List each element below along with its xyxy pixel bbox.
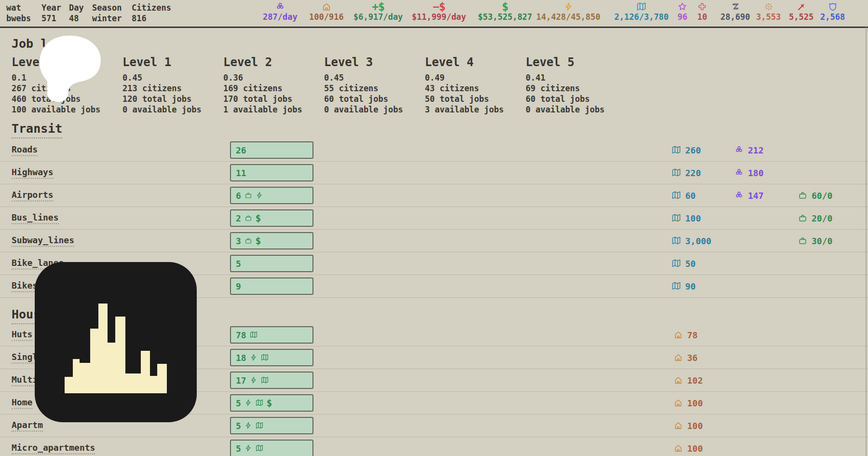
identity-day: Day48: [69, 2, 84, 24]
stat-value: 10: [697, 13, 707, 22]
row-stat: 260: [672, 145, 701, 155]
row-stat: 100: [674, 421, 703, 431]
count-input[interactable]: 3$: [230, 232, 313, 249]
count-input[interactable]: 11: [230, 164, 313, 181]
count-value: 17: [236, 375, 246, 386]
level-ratio: 0.45: [324, 72, 403, 83]
row-label[interactable]: Multi: [12, 374, 38, 387]
row-label[interactable]: Airports: [12, 190, 54, 202]
topbar-stat: 100/916: [309, 1, 344, 22]
row-stat: 30/0: [798, 236, 832, 246]
level-citizens: 267 citizens: [12, 83, 100, 94]
topbar-stat: 5,525: [789, 1, 814, 22]
stat-value: $11,999/day: [412, 13, 466, 22]
count-value: 9: [236, 281, 241, 291]
population-growth-icon: [734, 168, 744, 178]
level-ratio: 0.49: [425, 72, 504, 83]
city-skyline-icon: [35, 262, 197, 422]
row-stat: 36: [674, 353, 698, 363]
star-icon: [678, 2, 687, 12]
count-input[interactable]: 2$: [230, 209, 313, 227]
level-name: Level 4: [425, 56, 504, 69]
row-stat: 102: [674, 375, 703, 386]
row-stat-value: 212: [748, 145, 764, 155]
briefcase-icon: [244, 214, 252, 222]
briefcase-icon: [244, 192, 252, 199]
level-name: Level 0: [12, 56, 100, 69]
count-input[interactable]: 9: [230, 277, 313, 295]
topbar-stat: 3,553: [756, 1, 781, 22]
identity-value: 48: [69, 13, 84, 24]
map-icon: [256, 399, 263, 407]
level-available-jobs: 100 available jobs: [12, 104, 100, 115]
count-value: 5: [236, 421, 241, 431]
row-stat: 100: [674, 398, 703, 408]
row-stat: 212: [734, 145, 764, 155]
level-ratio: 0.41: [526, 72, 605, 83]
count-input[interactable]: 5$: [230, 394, 313, 412]
dollar-icon: $: [256, 236, 260, 246]
house-icon: [322, 2, 331, 12]
transit-row: Airports66014760/0: [0, 184, 868, 207]
row-stat-value: 100: [687, 398, 703, 408]
dagger-icon: [797, 2, 806, 12]
job-level-column: Level 40.4943 citizens50 total jobs3 ava…: [425, 56, 504, 115]
stat-value: $6,917/day: [353, 13, 403, 22]
identity-label: wat: [6, 2, 31, 13]
count-input[interactable]: 5: [230, 255, 313, 272]
count-input[interactable]: 18: [230, 349, 313, 366]
stat-value: 287/day: [263, 13, 298, 22]
count-input[interactable]: 78: [230, 326, 313, 344]
count-input[interactable]: 17: [230, 372, 313, 389]
row-stat-value: 100: [687, 421, 703, 431]
count-input[interactable]: 6: [230, 187, 313, 204]
row-stat-value: 102: [687, 375, 703, 386]
row-stat-value: 220: [685, 168, 701, 178]
stat-value: 3,553: [756, 13, 781, 22]
briefcase-icon: [798, 214, 807, 223]
transit-row: Subway_lines3$3,00030/0: [0, 229, 868, 252]
identity-label: Season: [92, 2, 122, 13]
row-label[interactable]: Bus_lines: [12, 212, 59, 224]
count-value: 78: [236, 330, 246, 340]
map-icon: [672, 214, 681, 223]
count-input[interactable]: 5: [230, 417, 313, 434]
row-label[interactable]: Subway_lines: [12, 235, 74, 247]
identity-season: Seasonwinter: [92, 2, 122, 24]
topbar-stat: $$53,525,827: [478, 1, 532, 22]
row-label[interactable]: Micro_apartments: [12, 442, 95, 455]
row-label[interactable]: Home: [12, 397, 32, 409]
level-total-jobs: 120 total jobs: [122, 94, 202, 104]
level-name: Level 2: [223, 56, 302, 69]
population-growth-icon: [734, 146, 744, 155]
level-available-jobs: 1 available jobs: [223, 104, 302, 115]
identity-citizens: Citizens816: [132, 2, 171, 24]
row-label[interactable]: Singl: [12, 352, 38, 364]
map-icon: [672, 259, 681, 268]
row-label[interactable]: Roads: [12, 144, 38, 156]
stat-value: 28,690: [720, 13, 750, 22]
dollar-icon: $: [256, 214, 260, 223]
identity-value: winter: [92, 13, 122, 24]
row-label[interactable]: Huts: [12, 329, 32, 341]
map-icon: [672, 282, 681, 291]
row-label[interactable]: Highways: [12, 167, 54, 179]
stat-value: $53,525,827: [478, 13, 532, 22]
map-icon: [672, 236, 681, 246]
count-input[interactable]: 5: [230, 440, 313, 456]
briefcase-icon: [798, 236, 807, 246]
map-icon: [672, 168, 681, 178]
count-input[interactable]: 26: [230, 141, 313, 159]
level-name: Level 1: [122, 56, 202, 69]
scroll-track[interactable]: [866, 28, 867, 456]
row-stat-value: 50: [685, 259, 696, 269]
row-label[interactable]: Bikes: [12, 280, 38, 292]
level-total-jobs: 460 total jobs: [12, 94, 100, 104]
app-root: watbwebsYear571Day48SeasonwinterCitizens…: [0, 0, 868, 456]
map-icon: [672, 146, 681, 155]
job-level-column: Level 50.4169 citizens60 total jobs0 ava…: [526, 56, 605, 115]
shield-icon: [828, 2, 838, 12]
level-name: Level 3: [324, 56, 403, 69]
row-stat: 50: [672, 259, 696, 269]
row-stat: 90: [672, 281, 696, 291]
